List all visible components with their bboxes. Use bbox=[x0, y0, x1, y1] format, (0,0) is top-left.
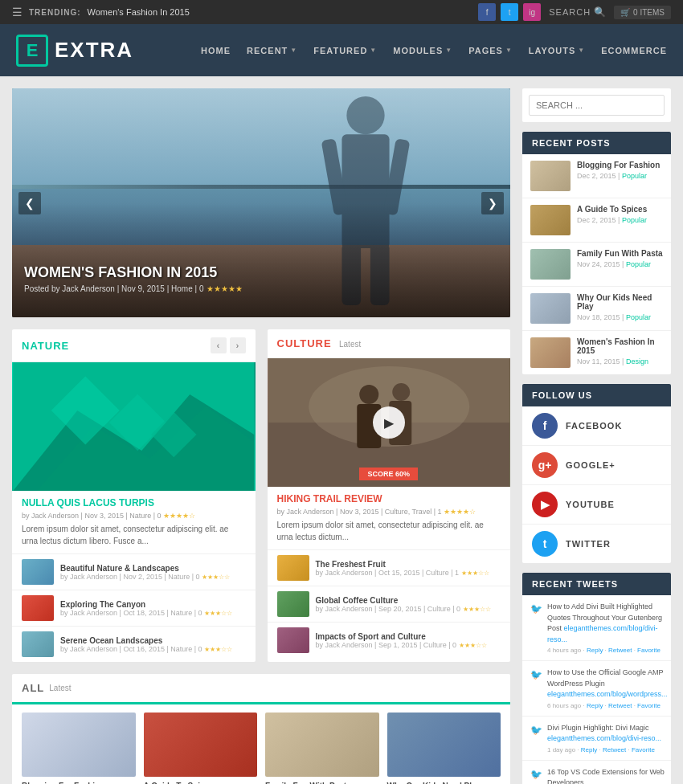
nav-item-modules[interactable]: MODULES ▼ bbox=[393, 46, 452, 55]
nature-article-meta: by Jack Anderson | Nov 3, 2015 | Nature … bbox=[12, 512, 256, 523]
recent-post-title-2[interactable]: A Guide To Spices bbox=[577, 205, 647, 214]
twitter-bird-icon-1: 🐦 bbox=[530, 603, 542, 654]
facebook-follow-icon: f bbox=[532, 413, 558, 439]
sidebar-search bbox=[522, 88, 671, 122]
nav-item-featured[interactable]: FEATURED ▼ bbox=[313, 46, 377, 55]
nature-mini-thumb-1 bbox=[22, 559, 54, 585]
recent-thumb-2 bbox=[530, 205, 571, 235]
hamburger-icon[interactable]: ☰ bbox=[12, 6, 22, 18]
nav-item-ecommerce[interactable]: ECOMMERCE bbox=[601, 46, 667, 55]
recent-post-title-3[interactable]: Family Fun With Pasta bbox=[577, 249, 663, 258]
follow-youtube[interactable]: ▶ YOUTUBE bbox=[522, 485, 671, 525]
nav-item-recent[interactable]: RECENT ▼ bbox=[247, 46, 297, 55]
all-grid: Blogging For Fashion Dec 2, 2015 A Guide… bbox=[12, 704, 510, 784]
recent-thumb-4 bbox=[530, 293, 571, 324]
nature-nav: ‹ › bbox=[211, 337, 246, 353]
nav-item-home[interactable]: HOME bbox=[201, 46, 231, 55]
nature-article-title[interactable]: NULLA QUIS LACUS TURPIS bbox=[12, 491, 256, 512]
culture-mini-title-1[interactable]: The Freshest Fruit bbox=[316, 560, 489, 569]
nature-mini-title-1[interactable]: Beautiful Nature & Landscapes bbox=[60, 564, 230, 573]
all-thumb-2 bbox=[144, 713, 258, 777]
nature-prev-button[interactable]: ‹ bbox=[211, 337, 227, 353]
twitter-top-icon[interactable]: t bbox=[501, 3, 518, 21]
top-bar-left: ☰ TRENDING: Women's Fashion In 2015 bbox=[12, 6, 190, 18]
nature-mini-post-info-3: Serene Ocean Landscapes by Jack Anderson… bbox=[60, 636, 232, 653]
score-badge: SCORE 60% bbox=[268, 468, 511, 480]
all-item-4: Why Our Kids Need Play Nov 18, 2015 bbox=[387, 713, 501, 784]
trending-text: Women's Fashion In 2015 bbox=[88, 7, 190, 17]
culture-mini-meta-2: by Jack Anderson | Sep 20, 2015 | Cultur… bbox=[316, 605, 491, 613]
nature-mini-post-2: Exploring The Canyon by Jack Anderson | … bbox=[12, 590, 256, 626]
nature-article-text: Lorem ipsum dolor sit amet, consectetur … bbox=[12, 523, 256, 553]
recent-thumb-1 bbox=[530, 161, 571, 191]
recent-post-5: Women's Fashion In 2015 Nov 11, 2015 | D… bbox=[522, 331, 671, 374]
recent-post-title-4[interactable]: Why Our Kids Need Play bbox=[577, 293, 663, 311]
slider-next-button[interactable]: ❯ bbox=[481, 192, 504, 214]
all-section-header: ALL Latest bbox=[12, 674, 510, 704]
nature-mini-title-3[interactable]: Serene Ocean Landscapes bbox=[60, 636, 232, 645]
culture-mini-meta-1: by Jack Anderson | Oct 15, 2015 | Cultur… bbox=[316, 569, 489, 577]
logo-text: EXTRA bbox=[55, 38, 133, 63]
follow-googleplus[interactable]: g+ GOOGLE+ bbox=[522, 446, 671, 485]
nav-item-layouts[interactable]: LAYOUTS ▼ bbox=[529, 46, 585, 55]
hero-caption: WOMEN'S FASHION IN 2015 Posted by Jack A… bbox=[24, 264, 498, 293]
tweet-3: 🐦 Divi Plugin Highlight: Divi Magic eleg… bbox=[522, 717, 671, 761]
main-nav: HOME RECENT ▼ FEATURED ▼ MODULES ▼ PAGES… bbox=[201, 46, 667, 55]
svg-point-15 bbox=[359, 385, 378, 404]
two-col-section: NATURE ‹ › bbox=[12, 329, 510, 662]
search-bar-top[interactable]: SEARCH 🔍 bbox=[549, 6, 606, 18]
recent-post-title-1[interactable]: Blogging For Fashion bbox=[577, 161, 660, 169]
nature-mini-post-info-1: Beautiful Nature & Landscapes by Jack An… bbox=[60, 564, 230, 581]
recent-post-title-5[interactable]: Women's Fashion In 2015 bbox=[577, 337, 663, 355]
tweet-time-2: 6 hours ago · Reply · Retweet · Favorite bbox=[547, 702, 668, 709]
sidebar-search-input[interactable] bbox=[529, 95, 665, 116]
nature-header: NATURE ‹ › bbox=[12, 329, 256, 362]
logo[interactable]: E EXTRA bbox=[16, 35, 133, 67]
tweet-content-4: 16 Top VS Code Extensions for Web Develo… bbox=[547, 767, 668, 785]
tweet-content-1: How to Add Divi Built Highlighted Quotes… bbox=[547, 602, 663, 654]
tweet-text-4: 16 Top VS Code Extensions for Web Develo… bbox=[547, 767, 668, 785]
cart-button[interactable]: 🛒 0 ITEMS bbox=[614, 6, 671, 19]
nature-mini-post-3: Serene Ocean Landscapes by Jack Anderson… bbox=[12, 626, 256, 662]
nature-next-button[interactable]: › bbox=[230, 337, 246, 353]
all-thumb-4 bbox=[387, 713, 501, 777]
twitter-bird-icon-4: 🐦 bbox=[530, 769, 542, 785]
tweet-time-1: 4 hours ago · Reply · Retweet · Favorite bbox=[547, 647, 663, 654]
follow-twitter[interactable]: t TWITTER bbox=[522, 525, 671, 563]
hero-slider: ❮ ❯ WOMEN'S FASHION IN 2015 Posted by Ja… bbox=[12, 88, 510, 317]
all-section-badge: Latest bbox=[49, 684, 71, 692]
follow-facebook[interactable]: f FACEBOOK bbox=[522, 406, 671, 446]
recent-post-4: Why Our Kids Need Play Nov 18, 2015 | Po… bbox=[522, 287, 671, 331]
recent-post-meta-2: Dec 2, 2015 | Popular bbox=[577, 216, 647, 224]
culture-title: CULTURE bbox=[277, 337, 332, 349]
facebook-top-icon[interactable]: f bbox=[478, 3, 496, 21]
culture-mini-meta-3: by Jack Anderson | Sep 1, 2015 | Culture… bbox=[316, 641, 487, 649]
nature-mini-title-2[interactable]: Exploring The Canyon bbox=[60, 600, 232, 609]
nav-item-pages[interactable]: PAGES ▼ bbox=[468, 46, 513, 55]
recent-posts-section: RECENT POSTS Blogging For Fashion Dec 2,… bbox=[522, 132, 671, 374]
instagram-top-icon[interactable]: ig bbox=[523, 3, 541, 21]
trending-label: TRENDING: bbox=[29, 8, 81, 17]
play-button[interactable]: ▶ bbox=[373, 406, 405, 439]
culture-mini-post-info-2: Global Coffee Culture by Jack Anderson |… bbox=[316, 596, 491, 613]
nature-title: NATURE bbox=[22, 340, 69, 352]
recent-posts-header: RECENT POSTS bbox=[522, 132, 671, 154]
googleplus-follow-icon: g+ bbox=[532, 452, 558, 478]
recent-tweets-section: RECENT TWEETS 🐦 How to Add Divi Built Hi… bbox=[522, 573, 671, 784]
all-section-title: ALL bbox=[22, 682, 44, 694]
culture-mini-title-3[interactable]: Impacts of Sport and Culture bbox=[316, 632, 487, 641]
search-icon-top[interactable]: 🔍 bbox=[594, 6, 606, 18]
culture-title-group: CULTURE Latest bbox=[277, 337, 362, 349]
culture-article-title[interactable]: HIKING TRAIL REVIEW bbox=[268, 487, 511, 508]
slider-prev-button[interactable]: ❮ bbox=[18, 192, 41, 214]
culture-mini-thumb-1 bbox=[277, 555, 309, 581]
youtube-follow-icon: ▶ bbox=[532, 492, 558, 517]
hero-meta: Posted by Jack Anderson | Nov 9, 2015 | … bbox=[24, 284, 498, 293]
tweet-content-2: How to Use the Official Google AMP WordP… bbox=[547, 668, 668, 709]
recent-tweets-header: RECENT TWEETS bbox=[522, 573, 671, 595]
tweet-time-3: 1 day ago · Reply · Retweet · Favorite bbox=[547, 746, 663, 753]
culture-mini-thumb-3 bbox=[277, 627, 309, 653]
tweet-text-2: How to Use the Official Google AMP WordP… bbox=[547, 668, 668, 700]
culture-mini-title-2[interactable]: Global Coffee Culture bbox=[316, 596, 491, 605]
tweet-1: 🐦 How to Add Divi Built Highlighted Quot… bbox=[522, 595, 671, 661]
